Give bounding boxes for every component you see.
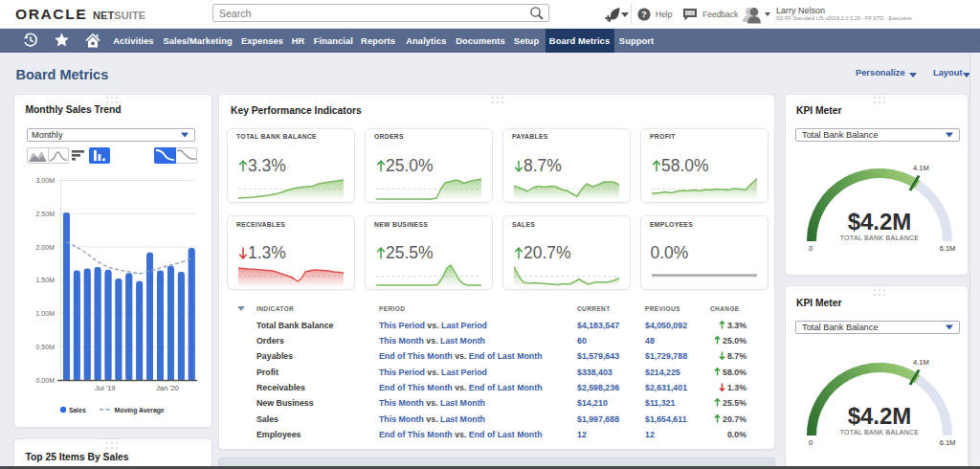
svg-text:Moving Average: Moving Average [115, 407, 165, 414]
svg-text:TOTAL BANK BALANCE: TOTAL BANK BALANCE [840, 234, 920, 241]
svg-text:0: 0 [809, 438, 813, 447]
svg-text:Sales: Sales [69, 407, 86, 413]
svg-text:4.1M: 4.1M [913, 164, 929, 172]
svg-text:Jul '19: Jul '19 [95, 384, 115, 392]
svg-text:0.00M: 0.00M [36, 377, 56, 384]
svg-text:?: ? [641, 9, 647, 19]
svg-text:TOTAL BANK BALANCE: TOTAL BANK BALANCE [840, 428, 920, 435]
svg-text:4.1M: 4.1M [913, 358, 929, 367]
svg-text:2.00M: 2.00M [36, 244, 56, 251]
svg-text:3.00M: 3.00M [36, 177, 56, 184]
svg-text:1.50M: 1.50M [36, 277, 56, 283]
svg-text:0.50M: 0.50M [36, 344, 56, 350]
svg-text:1.00M: 1.00M [36, 310, 56, 317]
svg-text:2.50M: 2.50M [36, 211, 56, 217]
svg-text:6.1M: 6.1M [940, 438, 956, 447]
svg-text:$4.2M: $4.2M [848, 209, 912, 234]
svg-text:6.1M: 6.1M [940, 244, 956, 253]
svg-text:$4.2M: $4.2M [848, 402, 912, 428]
svg-text:Jan '20: Jan '20 [156, 384, 179, 392]
svg-text:0: 0 [809, 244, 813, 253]
